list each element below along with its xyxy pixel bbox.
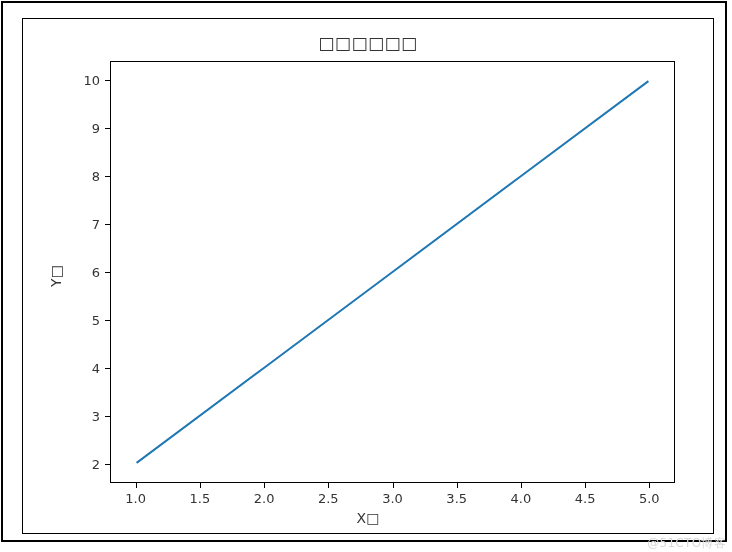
y-tick-label: 4: [70, 360, 100, 375]
x-tick-mark: [393, 483, 394, 488]
figure-frame: □□□□□□ Y□ X□ 1.01.52.02.53.03.54.04.55.0…: [22, 18, 714, 534]
y-tick-mark: [105, 416, 110, 417]
x-tick-mark: [264, 483, 265, 488]
y-tick-mark: [105, 128, 110, 129]
x-tick-label: 4.0: [511, 491, 532, 506]
x-tick-mark: [457, 483, 458, 488]
y-tick-mark: [105, 224, 110, 225]
y-tick-label: 2: [70, 456, 100, 471]
y-tick-mark: [105, 80, 110, 81]
y-tick-mark: [105, 320, 110, 321]
x-tick-label: 2.0: [254, 491, 275, 506]
y-tick-label: 6: [70, 265, 100, 280]
chart-line-svg: [111, 62, 674, 482]
outer-frame: □□□□□□ Y□ X□ 1.01.52.02.53.03.54.04.55.0…: [1, 1, 727, 542]
y-tick-label: 7: [70, 217, 100, 232]
x-axis-label: X□: [23, 510, 713, 526]
x-tick-label: 1.5: [190, 491, 211, 506]
y-tick-label: 3: [70, 408, 100, 423]
plot-area: [110, 61, 675, 483]
x-tick-label: 1.0: [125, 491, 146, 506]
chart-title: □□□□□□: [23, 33, 713, 53]
y-tick-mark: [105, 176, 110, 177]
y-tick-mark: [105, 368, 110, 369]
chart-series-line: [137, 81, 649, 463]
watermark: @51CTO博客: [647, 535, 726, 552]
y-tick-label: 9: [70, 121, 100, 136]
x-tick-mark: [521, 483, 522, 488]
y-tick-label: 8: [70, 169, 100, 184]
x-tick-label: 3.5: [446, 491, 467, 506]
y-tick-mark: [105, 464, 110, 465]
y-tick-label: 5: [70, 312, 100, 327]
x-tick-mark: [328, 483, 329, 488]
x-tick-label: 5.0: [639, 491, 660, 506]
x-tick-mark: [649, 483, 650, 488]
x-tick-mark: [200, 483, 201, 488]
y-axis-label: Y□: [48, 265, 64, 287]
y-tick-label: 10: [70, 73, 100, 88]
x-tick-label: 4.5: [575, 491, 596, 506]
x-tick-mark: [136, 483, 137, 488]
x-tick-label: 3.0: [382, 491, 403, 506]
x-tick-mark: [585, 483, 586, 488]
x-tick-label: 2.5: [318, 491, 339, 506]
y-tick-mark: [105, 272, 110, 273]
